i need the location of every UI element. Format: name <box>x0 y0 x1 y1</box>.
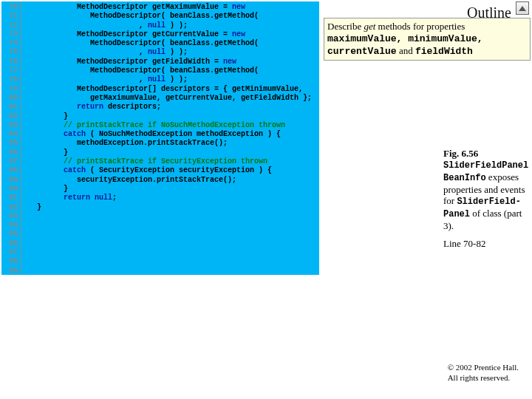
code-content: MethodDescriptor getMaximumValue = new M… <box>21 1 312 275</box>
callout-and: and <box>397 45 415 56</box>
up-arrow-icon <box>516 1 529 15</box>
copyright-line1: © 2002 Prentice Hall. <box>448 363 519 372</box>
callout-box: Describe get methods for properties maxi… <box>324 18 531 61</box>
callout-em: get <box>364 21 375 32</box>
line-reference: Line 70-82 <box>443 238 485 250</box>
callout-text-pre: Describe <box>327 21 364 32</box>
callout-text-mid: methods for properties <box>375 21 465 32</box>
copyright-line2: All rights reserved. <box>448 373 511 382</box>
figure-label: Fig. 6.56 <box>443 148 478 159</box>
callout-last: fieldWidth <box>415 46 473 57</box>
copyright: © 2002 Prentice Hall. All rights reserve… <box>448 362 519 383</box>
code-block: 70 71 72 73 74 75 76 77 78 79 80 81 82 8… <box>1 1 319 275</box>
line-number-gutter: 70 71 72 73 74 75 76 77 78 79 80 81 82 8… <box>1 1 21 275</box>
figure-caption: Fig. 6.56 SliderFieldPanel BeanInfo expo… <box>443 148 529 231</box>
